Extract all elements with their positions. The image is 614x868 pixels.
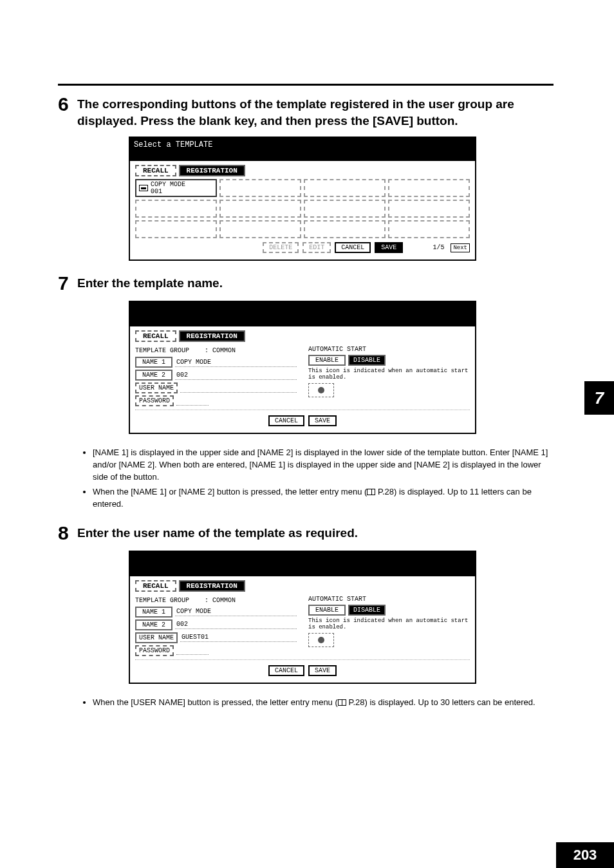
auto-start-label: AUTOMATIC START	[308, 346, 470, 353]
step-title: Enter the template name.	[77, 274, 223, 292]
top-rule	[58, 84, 554, 86]
save-button[interactable]: SAVE	[308, 415, 337, 426]
template-slot-blank[interactable]	[304, 220, 386, 238]
screen-header	[130, 552, 475, 576]
tab-recall[interactable]: RECALL	[135, 580, 176, 592]
cancel-button[interactable]: CANCEL	[268, 665, 304, 676]
auto-start-note: This icon is indicated when an automatic…	[308, 618, 470, 630]
step-title: Enter the user name of the template as r…	[77, 524, 358, 542]
template-slot-blank[interactable]	[304, 179, 386, 197]
password-button[interactable]: PASSWORD	[135, 645, 174, 656]
name1-field[interactable]: COPY MODE	[175, 607, 297, 616]
username-button[interactable]: USER NAME	[135, 632, 178, 643]
username-field[interactable]	[180, 384, 297, 393]
screen-title: Select a TEMPLATE	[134, 140, 471, 149]
name2-row: NAME 2 002	[135, 619, 297, 630]
auto-start-label: AUTOMATIC START	[308, 596, 470, 603]
name2-button[interactable]: NAME 2	[135, 370, 172, 381]
template-slot-filled[interactable]: COPY MODE001	[135, 179, 217, 197]
book-icon	[367, 489, 375, 495]
step-number: 7	[58, 274, 77, 293]
password-button[interactable]: PASSWORD	[135, 395, 174, 406]
tab-registration[interactable]: REGISTRATION	[179, 165, 245, 176]
template-slot-blank[interactable]	[219, 200, 301, 218]
delete-button[interactable]: DELETE	[263, 242, 299, 253]
template-slot-blank[interactable]	[135, 220, 217, 238]
template-slot-blank[interactable]	[388, 200, 470, 218]
play-icon	[318, 387, 324, 393]
page-indicator: 1/5	[430, 244, 447, 251]
save-button[interactable]: SAVE	[308, 665, 337, 676]
step-title: The corresponding buttons of the templat…	[77, 95, 554, 129]
username-button[interactable]: USER NAME	[135, 382, 178, 393]
step8-notes: When the [USER NAME] button is pressed, …	[84, 697, 554, 709]
auto-start-note: This icon is indicated when an automatic…	[308, 368, 470, 381]
enable-button[interactable]: ENABLE	[308, 355, 346, 366]
username-row: USER NAME GUEST01	[135, 632, 297, 643]
template-slot-blank[interactable]	[388, 179, 470, 197]
screen-body: RECALL REGISTRATION TEMPLATE GROUP : COM…	[130, 576, 475, 683]
tab-row: RECALL REGISTRATION	[135, 330, 470, 342]
step-6: 6 The corresponding buttons of the templ…	[58, 95, 554, 129]
edit-button[interactable]: EDIT	[302, 242, 331, 253]
name2-field[interactable]: 002	[175, 620, 297, 629]
template-slot-label: COPY MODE001	[151, 181, 185, 195]
template-slot-blank[interactable]	[135, 200, 217, 218]
screen-body: RECALL REGISTRATION TEMPLATE GROUP : COM…	[130, 326, 475, 433]
password-field[interactable]	[176, 397, 209, 406]
step-number: 8	[58, 524, 77, 543]
name1-button[interactable]: NAME 1	[135, 607, 172, 618]
step-8: 8 Enter the user name of the template as…	[58, 524, 554, 543]
form-columns: TEMPLATE GROUP : COMMON NAME 1 COPY MODE…	[135, 594, 470, 658]
username-field[interactable]: GUEST01	[180, 633, 297, 642]
right-column: AUTOMATIC START ENABLE DISABLE This icon…	[308, 344, 470, 408]
template-slot-blank[interactable]	[304, 200, 386, 218]
name1-button[interactable]: NAME 1	[135, 357, 172, 368]
name1-field[interactable]: COPY MODE	[175, 358, 297, 367]
enable-button[interactable]: ENABLE	[308, 605, 346, 616]
disable-button[interactable]: DISABLE	[348, 355, 386, 366]
auto-start-icon-box	[308, 633, 334, 647]
next-button[interactable]: Next	[451, 243, 470, 252]
password-row: PASSWORD	[135, 645, 297, 656]
template-slot-blank[interactable]	[388, 220, 470, 238]
tab-row: RECALL REGISTRATION	[135, 165, 470, 176]
button-row: DELETE EDIT CANCEL SAVE 1/5 Next	[135, 242, 470, 253]
name2-field[interactable]: 002	[175, 371, 297, 380]
note-item: When the [NAME 1] or [NAME 2] button is …	[93, 486, 554, 511]
footer-buttons: CANCEL SAVE	[135, 665, 470, 676]
tab-registration[interactable]: REGISTRATION	[179, 580, 245, 592]
template-row-1: COPY MODE001	[135, 179, 470, 197]
group-line: TEMPLATE GROUP : COMMON	[135, 347, 297, 354]
screen-body: RECALL REGISTRATION COPY MODE001	[130, 161, 475, 259]
tab-recall[interactable]: RECALL	[135, 165, 176, 176]
screen-header	[130, 302, 475, 326]
save-button[interactable]: SAVE	[375, 242, 403, 253]
tab-registration[interactable]: REGISTRATION	[179, 330, 245, 342]
step7-notes: [NAME 1] is displayed in the upper side …	[84, 447, 554, 510]
chapter-tab: 7	[584, 381, 614, 415]
step-7: 7 Enter the template name.	[58, 274, 554, 293]
template-slot-blank[interactable]	[219, 220, 301, 238]
footer-buttons: CANCEL SAVE	[135, 415, 470, 426]
right-column: AUTOMATIC START ENABLE DISABLE This icon…	[308, 594, 470, 658]
disable-button[interactable]: DISABLE	[348, 605, 386, 616]
tab-recall[interactable]: RECALL	[135, 330, 176, 342]
note-item: [NAME 1] is displayed in the upper side …	[93, 447, 554, 484]
play-icon	[318, 637, 324, 643]
step-number: 6	[58, 95, 77, 114]
screenshot-step6: Select a TEMPLATE RECALL REGISTRATION CO…	[129, 137, 476, 261]
name2-button[interactable]: NAME 2	[135, 619, 172, 630]
form-columns: TEMPLATE GROUP : COMMON NAME 1 COPY MODE…	[135, 344, 470, 408]
left-column: TEMPLATE GROUP : COMMON NAME 1 COPY MODE…	[135, 344, 297, 408]
screenshot-step8: RECALL REGISTRATION TEMPLATE GROUP : COM…	[129, 551, 476, 684]
name1-row: NAME 1 COPY MODE	[135, 607, 297, 618]
cancel-button[interactable]: CANCEL	[268, 415, 304, 426]
note-item: When the [USER NAME] button is pressed, …	[93, 697, 554, 709]
template-row-2	[135, 200, 470, 218]
template-icon	[139, 185, 148, 191]
password-field[interactable]	[176, 646, 209, 655]
group-line: TEMPLATE GROUP : COMMON	[135, 597, 297, 604]
template-slot-blank[interactable]	[219, 179, 301, 197]
cancel-button[interactable]: CANCEL	[335, 242, 371, 253]
